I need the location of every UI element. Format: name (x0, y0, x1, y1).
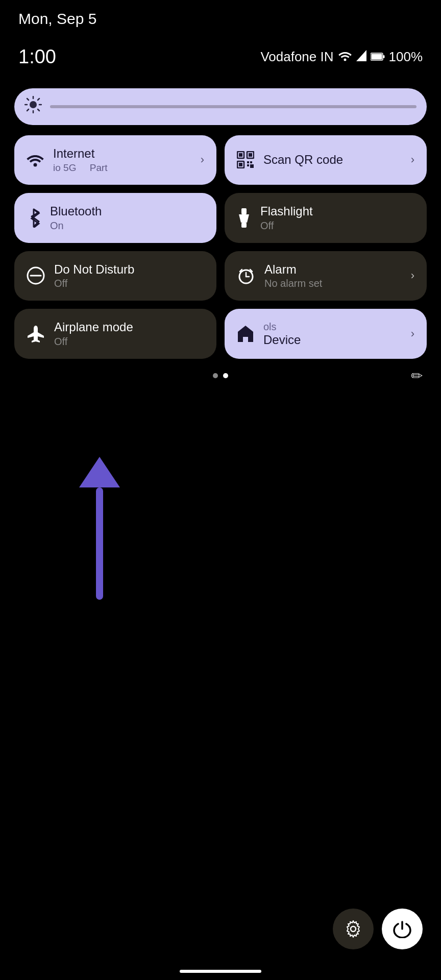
tile-alarm-subtitle: No alarm set (264, 278, 322, 289)
battery-percent: 100% (389, 49, 423, 65)
svg-marker-1 (356, 50, 366, 61)
svg-point-5 (30, 101, 37, 108)
arrow-annotation (79, 457, 120, 600)
svg-marker-26 (239, 214, 249, 223)
page-dot-1 (213, 373, 218, 378)
svg-rect-23 (247, 164, 249, 166)
tile-bluetooth-subtitle: On (50, 220, 102, 232)
date-text: Mon, Sep 5 (18, 10, 96, 27)
svg-line-13 (27, 109, 29, 111)
tile-bluetooth[interactable]: Bluetooth On (14, 193, 216, 243)
flashlight-tile-icon (237, 208, 251, 228)
tile-flashlight-text: Flashlight Off (260, 204, 313, 232)
tile-alarm-text: Alarm No alarm set (264, 262, 322, 290)
tile-airplanemode[interactable]: Airplane mode Off (14, 309, 216, 359)
tile-internet-subtitle: io 5G Part (53, 162, 108, 174)
svg-line-10 (27, 99, 29, 100)
signal-icon (356, 49, 366, 65)
svg-rect-3 (371, 54, 382, 60)
svg-line-11 (38, 109, 39, 111)
edit-icon[interactable]: ✏ (411, 368, 423, 384)
svg-point-35 (351, 926, 356, 932)
tile-donotdisturb[interactable]: Do Not Disturb Off (14, 251, 216, 301)
alarm-tile-icon (237, 266, 255, 285)
tile-airplane-subtitle: Off (54, 336, 133, 348)
wifi-icon (338, 49, 352, 65)
airplane-tile-icon (27, 325, 45, 343)
dnd-tile-icon (27, 266, 45, 285)
scanqr-arrow-icon: › (411, 153, 414, 166)
brightness-track[interactable] (50, 105, 416, 108)
brightness-slider[interactable] (14, 88, 427, 125)
tile-alarm[interactable]: Alarm No alarm set › (225, 251, 427, 301)
tile-airplane-text: Airplane mode Off (54, 320, 133, 348)
tile-bluetooth-text: Bluetooth On (50, 204, 102, 232)
tile-controls-subtitle: ols (263, 321, 301, 333)
tile-dnd-title: Do Not Disturb (54, 262, 134, 277)
svg-rect-16 (239, 153, 242, 157)
tile-dnd-subtitle: Off (54, 278, 134, 289)
svg-rect-20 (239, 163, 242, 166)
svg-rect-21 (247, 161, 249, 163)
bottom-actions (333, 909, 423, 949)
status-bar: 1:00 Vodafone IN 100% (0, 32, 441, 73)
tile-internet[interactable]: Internet io 5G Part › (14, 135, 216, 185)
power-button[interactable] (382, 909, 423, 949)
tile-alarm-title: Alarm (264, 262, 322, 277)
tile-dnd-text: Do Not Disturb Off (54, 262, 134, 290)
tile-flashlight-subtitle: Off (260, 220, 313, 232)
svg-line-12 (38, 99, 39, 100)
arrow-head (79, 457, 120, 487)
tile-scanqr-title: Scan QR code (263, 153, 343, 167)
status-right: Vodafone IN 100% (260, 49, 423, 65)
tile-bluetooth-title: Bluetooth (50, 204, 102, 219)
page-indicators: ✏ (0, 373, 441, 378)
status-time: 1:00 (18, 46, 56, 68)
svg-rect-25 (241, 208, 247, 214)
date-bar: Mon, Sep 5 (0, 0, 441, 32)
svg-rect-22 (250, 161, 252, 163)
page-dot-2 (223, 373, 228, 378)
svg-rect-27 (241, 223, 247, 228)
tile-scanqr-text: Scan QR code (263, 153, 343, 167)
tile-controls[interactable]: ols Device › (225, 309, 427, 359)
tile-controls-text: ols Device (263, 320, 301, 348)
tile-controls-title: Device (263, 333, 301, 348)
tile-flashlight-title: Flashlight (260, 204, 313, 219)
home-indicator (180, 970, 261, 973)
qr-tile-icon (237, 151, 254, 168)
tile-flashlight[interactable]: Flashlight Off (225, 193, 427, 243)
tile-scanqr[interactable]: Scan QR code › (225, 135, 427, 185)
svg-rect-24 (250, 164, 254, 168)
bluetooth-tile-icon (27, 208, 41, 228)
tile-internet-text: Internet io 5G Part (53, 146, 108, 174)
wifi-tile-icon (27, 153, 44, 167)
arrow-body (96, 487, 103, 600)
tile-internet-title: Internet (53, 146, 108, 161)
quick-tiles-grid: Internet io 5G Part › Scan QR code › (0, 135, 441, 359)
controls-arrow-icon: › (411, 327, 414, 340)
tile-airplane-title: Airplane mode (54, 320, 133, 335)
svg-rect-4 (383, 55, 384, 58)
svg-point-14 (34, 163, 37, 167)
battery-icon (371, 49, 385, 65)
settings-button[interactable] (333, 909, 374, 949)
internet-arrow-icon: › (201, 153, 204, 166)
brightness-icon (24, 96, 42, 117)
svg-rect-18 (249, 153, 252, 157)
carrier-text: Vodafone IN (260, 49, 333, 65)
alarm-arrow-icon: › (411, 269, 414, 282)
svg-point-0 (344, 59, 346, 61)
home-tile-icon (237, 325, 254, 343)
